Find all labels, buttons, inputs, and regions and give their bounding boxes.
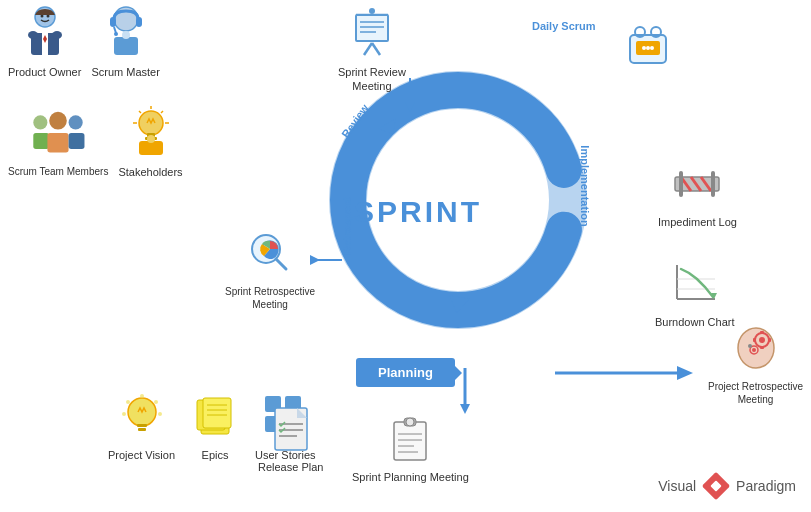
project-vision-label: Project Vision: [108, 448, 175, 462]
daily-scrum-item: [620, 15, 676, 71]
sprint-center-label: SPRINT: [354, 195, 482, 229]
product-owner-item: Product Owner: [8, 5, 81, 79]
left-top-row: Product Owner Scrum Master: [8, 5, 160, 79]
svg-point-80: [122, 412, 126, 416]
svg-point-34: [738, 328, 774, 368]
sprint-review-icon: [344, 5, 400, 61]
svg-point-77: [154, 400, 158, 404]
scrum-master-label: Scrum Master: [91, 65, 159, 79]
svg-point-63: [69, 115, 83, 129]
planning-arrow-button: Planning: [356, 358, 455, 387]
vp-visual-text: Visual: [658, 478, 696, 494]
svg-point-61: [49, 112, 67, 130]
svg-rect-82: [138, 428, 146, 431]
svg-point-74: [147, 135, 155, 143]
scrum-team-label: Scrum Team Members: [8, 165, 108, 178]
svg-point-18: [650, 46, 654, 50]
svg-rect-64: [69, 133, 85, 149]
stakeholders-icon: [123, 105, 179, 161]
sprint-retro-label: Sprint RetrospectiveMeeting: [225, 285, 315, 311]
svg-point-36: [759, 337, 765, 343]
retro-arrow: [308, 250, 343, 274]
svg-rect-85: [203, 398, 231, 428]
daily-scrum-icon: [620, 15, 676, 71]
project-vision-icon: [114, 388, 170, 444]
arc-retrospect-label: Retrospect: [341, 197, 353, 254]
vp-paradigm-text: Paradigm: [736, 478, 796, 494]
svg-point-50: [28, 31, 38, 39]
epics-label: Epics: [202, 448, 229, 462]
stakeholders-label: Stakeholders: [118, 165, 182, 179]
svg-rect-38: [760, 346, 764, 349]
svg-point-59: [33, 115, 47, 129]
svg-point-19: [646, 46, 650, 50]
product-owner-label: Product Owner: [8, 65, 81, 79]
svg-rect-8: [356, 15, 388, 41]
svg-line-6: [372, 43, 380, 55]
release-plan-item: Release Plan: [258, 400, 323, 474]
svg-rect-54: [136, 17, 142, 27]
scrum-master-icon: [98, 5, 154, 61]
project-vision-item: Project Vision: [108, 388, 175, 462]
scrum-team-icon: [28, 105, 88, 161]
daily-scrum-arc-label: Daily Scrum: [532, 20, 596, 32]
svg-rect-62: [48, 133, 69, 152]
sprint-retro-item: Sprint RetrospectiveMeeting: [225, 225, 315, 311]
svg-marker-107: [460, 404, 470, 414]
sprint-planning-item: Sprint Planning Meeting: [352, 410, 469, 484]
svg-point-42: [752, 348, 756, 352]
svg-line-22: [276, 259, 286, 269]
svg-point-51: [52, 31, 62, 39]
epics-item: Epics: [187, 388, 243, 462]
svg-rect-27: [679, 171, 683, 197]
sprint-planning-icon: [382, 410, 438, 466]
vp-logo: Visual Paradigm: [658, 472, 796, 500]
svg-line-67: [161, 111, 163, 113]
svg-rect-99: [394, 422, 426, 460]
planning-label: Planning: [378, 365, 433, 380]
product-owner-icon: [17, 5, 73, 61]
svg-point-79: [158, 412, 162, 416]
vp-diamond-container: [702, 472, 730, 500]
impediment-log-label: Impediment Log: [658, 215, 737, 229]
svg-point-78: [126, 400, 130, 404]
svg-line-69: [139, 111, 141, 113]
release-plan-icon: [263, 400, 319, 456]
svg-rect-39: [753, 338, 756, 342]
scrum-master-item: Scrum Master: [91, 5, 159, 79]
svg-point-56: [114, 32, 118, 36]
svg-line-5: [364, 43, 372, 55]
svg-rect-40: [768, 338, 771, 342]
project-retro-label: Project Retrospective Meeting: [700, 380, 811, 406]
svg-point-43: [748, 344, 752, 348]
release-plan-label: Release Plan: [258, 460, 323, 474]
planning-down-arrow: [455, 368, 475, 422]
impediment-log-icon: [669, 155, 725, 211]
svg-marker-111: [405, 102, 415, 112]
svg-rect-37: [760, 331, 764, 334]
svg-rect-60: [33, 133, 49, 149]
svg-point-12: [369, 8, 375, 14]
svg-rect-81: [137, 424, 147, 427]
svg-rect-73: [139, 141, 163, 155]
svg-rect-57: [114, 37, 138, 55]
sprint-retro-icon: [242, 225, 298, 281]
svg-point-105: [406, 418, 414, 426]
planning-right-arrow: [555, 358, 695, 392]
svg-point-17: [642, 46, 646, 50]
project-retro-icon: [728, 320, 784, 376]
impediment-log-item: Impediment Log: [658, 155, 737, 229]
burndown-chart-icon: [667, 255, 723, 311]
left-mid-row: Scrum Team Members: [8, 105, 183, 179]
svg-marker-109: [677, 366, 693, 380]
svg-point-76: [140, 394, 144, 398]
svg-marker-113: [310, 255, 320, 265]
project-retro-item: Project Retrospective Meeting: [700, 320, 811, 406]
review-arrow: [390, 78, 430, 117]
epics-icon: [187, 388, 243, 444]
svg-rect-28: [711, 171, 715, 197]
scrum-team-item: Scrum Team Members: [8, 105, 108, 179]
arc-implementation-label: Implementation: [579, 145, 591, 226]
svg-rect-53: [110, 17, 116, 27]
svg-point-58: [122, 31, 130, 39]
